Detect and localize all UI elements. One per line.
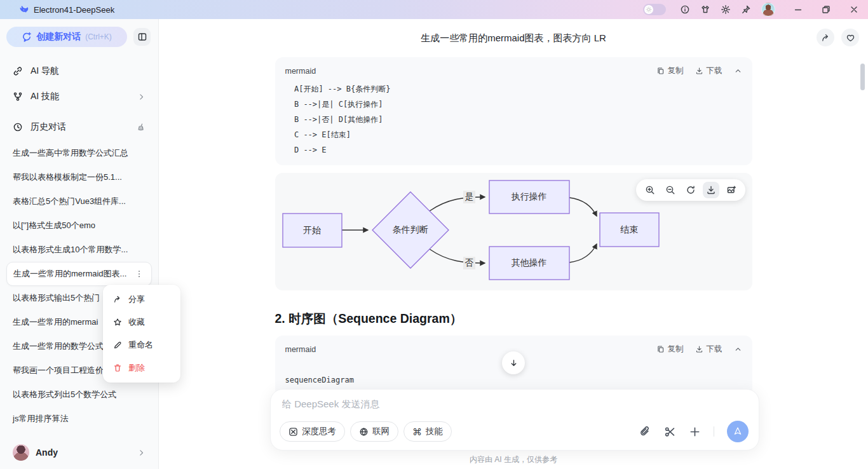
arrow-down-icon	[509, 358, 519, 368]
scroll-to-bottom-button[interactable]	[502, 351, 525, 374]
collapse-code-button[interactable]	[734, 67, 742, 75]
chevron-up-icon	[734, 67, 742, 75]
history-item[interactable]: 帮我以表格模板制定一份5.1...	[6, 165, 152, 189]
user-name: Andy	[36, 447, 131, 458]
menu-item-rename[interactable]: 重命名	[103, 334, 180, 357]
app-title: Electron41-DeepSeek	[34, 5, 114, 15]
close-button[interactable]	[849, 4, 859, 15]
divider	[714, 426, 714, 437]
ai-disclaimer: 内容由 AI 生成，仅供参考	[159, 454, 868, 465]
web-search-toggle[interactable]: 联网	[350, 421, 398, 442]
code-line: D --> E	[285, 142, 742, 158]
avatar[interactable]	[761, 3, 775, 17]
edge-label-no: 否	[463, 257, 476, 269]
more-options-icon[interactable]	[133, 268, 145, 280]
history-item[interactable]: 以['']格式生成50个emo	[6, 214, 152, 238]
page-title: 生成一些常用的mermaid图表，图表方向 LR	[421, 32, 606, 44]
sidebar-item-label: AI 技能	[31, 91, 130, 102]
chat-plus-icon	[22, 32, 32, 42]
copy-button[interactable]: 复制	[656, 65, 684, 76]
theme-skin-icon[interactable]	[700, 4, 710, 15]
link-icon	[13, 66, 23, 76]
deep-think-toggle[interactable]: 深度思考	[280, 421, 345, 442]
mermaid-flowchart: 开始 条件判断 执行操作 其他操作 结束 是 否	[275, 173, 752, 290]
history-item[interactable]: 表格汇总5个热门Vue3组件库...	[6, 189, 152, 214]
attach-paperclip-icon[interactable]	[639, 426, 651, 438]
globe-icon	[359, 427, 369, 437]
copy-button[interactable]: 复制	[656, 344, 684, 355]
code-line: B -->|是| C[执行操作]	[285, 97, 742, 112]
sidebar-item-history[interactable]: 历史对话	[6, 114, 152, 140]
favorite-heart-icon[interactable]	[841, 29, 859, 46]
star-icon	[113, 318, 122, 327]
history-item[interactable]: 以表格形式列出5个数学公式	[6, 383, 152, 407]
main-area: 生成一些常用的mermaid图表，图表方向 LR mermaid 复制	[159, 19, 868, 469]
command-icon: ⌘	[412, 427, 422, 437]
history-item[interactable]: 以表格形式生成10个常用数学...	[6, 238, 152, 262]
sidebar: 创建新对话 (Ctrl+K) AI 导航 AI 技能 历史对话	[0, 19, 159, 469]
send-button[interactable]	[727, 421, 749, 442]
download-icon	[695, 345, 703, 353]
clean-history-icon[interactable]	[137, 123, 146, 132]
skills-icon	[13, 92, 23, 102]
copy-icon	[656, 67, 665, 75]
sidebar-item-ai-nav[interactable]: AI 导航	[6, 58, 152, 84]
menu-item-favorite[interactable]: 收藏	[103, 311, 180, 334]
collapse-sidebar-button[interactable]	[133, 28, 151, 46]
skills-toggle[interactable]: ⌘ 技能	[403, 421, 452, 442]
edge-label-yes: 是	[463, 191, 476, 203]
message-composer: 深度思考 联网 ⌘ 技能	[270, 389, 759, 451]
history-item[interactable]: 生成一些高中常用数学公式汇总	[6, 141, 152, 165]
code-language-label: mermaid	[285, 345, 316, 354]
download-diagram-icon[interactable]	[703, 182, 719, 198]
scrollbar-thumb[interactable]	[860, 64, 865, 90]
chevron-right-icon	[137, 93, 146, 101]
history-item-selected[interactable]: 生成一些常用的mermaid图表...	[6, 262, 152, 286]
mermaid-code-block-1: mermaid 复制 下载	[275, 57, 752, 165]
theme-toggle[interactable]	[643, 4, 666, 15]
export-image-icon[interactable]	[723, 182, 740, 198]
deepthink-icon	[288, 427, 298, 437]
menu-item-share[interactable]: 分享	[103, 288, 180, 311]
user-avatar	[13, 444, 29, 461]
titlebar: Electron41-DeepSeek	[0, 0, 868, 19]
panel-icon	[137, 32, 147, 42]
pin-icon[interactable]	[741, 4, 751, 15]
scissors-icon[interactable]	[664, 426, 676, 438]
plus-icon[interactable]	[689, 426, 701, 438]
minimize-button[interactable]	[793, 4, 803, 15]
copy-icon	[656, 345, 665, 353]
zoom-out-icon[interactable]	[662, 182, 679, 198]
history-icon	[13, 122, 23, 132]
history-item[interactable]: js常用排序算法	[6, 407, 152, 431]
zoom-in-icon[interactable]	[642, 182, 658, 198]
sun-icon	[644, 5, 653, 14]
collapse-code-button[interactable]	[734, 345, 742, 353]
refresh-icon[interactable]	[682, 182, 699, 198]
share-chat-button[interactable]	[817, 29, 834, 46]
history-context-menu: 分享 收藏 重命名 删除	[103, 285, 180, 383]
new-chat-shortcut: (Ctrl+K)	[85, 32, 112, 41]
flowchart-node-start: 开始	[283, 214, 342, 247]
info-icon[interactable]	[680, 4, 690, 15]
code-line: C --> E[结束]	[285, 127, 742, 142]
sidebar-item-label: 历史对话	[31, 121, 129, 133]
code-line: sequenceDiagram	[285, 372, 742, 388]
flowchart-node-end: 结束	[600, 213, 659, 247]
delete-trash-icon	[113, 364, 122, 372]
sidebar-item-ai-skills[interactable]: AI 技能	[6, 84, 152, 109]
download-button[interactable]: 下载	[695, 344, 722, 355]
settings-gear-icon[interactable]	[721, 4, 731, 15]
menu-item-delete[interactable]: 删除	[103, 357, 180, 379]
send-plane-icon	[732, 426, 743, 437]
user-profile-row[interactable]: Andy	[0, 441, 158, 464]
download-button[interactable]: 下载	[695, 65, 722, 76]
flowchart-node-yes-action: 执行操作	[489, 180, 569, 214]
download-icon	[695, 67, 703, 75]
section-heading: 2. 时序图（Sequence Diagram）	[275, 309, 752, 327]
new-chat-button[interactable]: 创建新对话 (Ctrl+K)	[6, 27, 127, 47]
rename-pencil-icon	[113, 341, 122, 350]
message-input[interactable]	[282, 398, 747, 409]
flowchart-node-decision: 条件判断	[372, 192, 449, 268]
restore-button[interactable]	[821, 4, 831, 15]
